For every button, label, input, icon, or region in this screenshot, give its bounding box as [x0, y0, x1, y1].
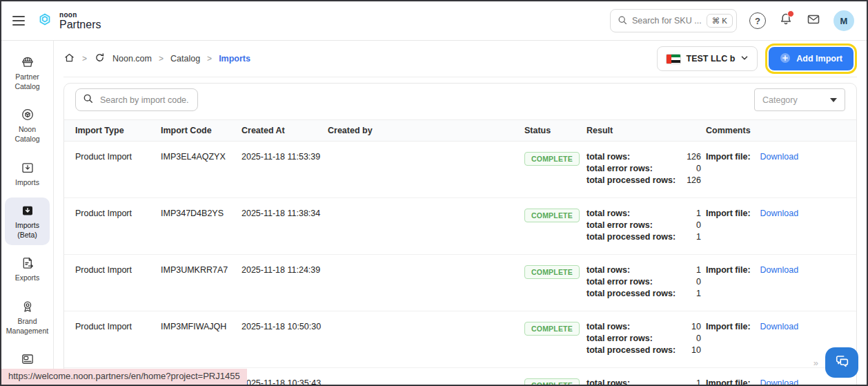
cell-created-at: 2025-11-18 11:53:39	[241, 152, 328, 162]
column-comments: Comments	[706, 126, 845, 135]
cell-status: COMPLETE	[524, 152, 586, 166]
cell-status: COMPLETE	[524, 209, 586, 222]
notification-badge-dot	[787, 10, 794, 17]
table-header: Import Type Import Code Created At Creat…	[64, 119, 856, 142]
company-name: TEST LLC b	[687, 54, 736, 64]
breadcrumb-row: > Noon.com > Catalog > Imports	[63, 41, 857, 77]
cell-result: total rows: 1 total error rows: 0 total …	[586, 209, 706, 244]
notifications-button[interactable]	[778, 12, 793, 30]
brand-management-icon	[20, 299, 35, 314]
table-row: Product Import IMP3UMKRR7A7 2025-11-18 1…	[64, 255, 856, 311]
column-import-code: Import Code	[161, 126, 241, 135]
column-created-by: Created by	[328, 126, 524, 135]
sidebar-item-partner-catalog[interactable]: Partner Catalog	[5, 49, 50, 97]
cell-import-type: Product Import	[75, 152, 161, 162]
category-dropdown[interactable]: Category	[754, 88, 845, 111]
expand-chevron-icon[interactable]: »	[813, 358, 818, 368]
cell-result: total rows: 1 total error rows: 0 total …	[586, 265, 706, 300]
hamburger-menu-icon[interactable]	[12, 16, 25, 26]
add-import-button[interactable]: Add Import	[769, 47, 854, 70]
chat-button[interactable]	[825, 347, 858, 378]
category-placeholder: Category	[762, 95, 798, 105]
link-status-bar: https://welcome.noon.partners/en/home?pr…	[1, 369, 247, 385]
chevron-down-icon	[740, 54, 749, 64]
noon-partners-logo[interactable]: noon Partners	[36, 10, 101, 31]
status-badge: COMPLETE	[524, 378, 580, 385]
noon-logo-icon	[36, 10, 54, 31]
breadcrumb-imports[interactable]: Imports	[219, 54, 250, 64]
cell-import-type: Product Import	[75, 265, 161, 275]
cell-comments: Import file: Download	[706, 152, 845, 162]
cell-created-at: 2025-11-18 10:50:30	[241, 322, 328, 331]
cell-import-type: Product Import	[75, 209, 161, 218]
download-link[interactable]: Download	[760, 209, 799, 218]
user-avatar[interactable]: M	[834, 10, 854, 31]
column-status: Status	[524, 126, 586, 135]
keyboard-shortcut-chip: ⌘ K	[707, 14, 733, 28]
column-import-type: Import Type	[75, 126, 161, 135]
brand-catalog-icon	[20, 351, 35, 367]
help-icon: ?	[749, 12, 766, 29]
top-header: noon Partners Search for SKU ... ⌘ K ?	[1, 1, 867, 41]
cell-result: total rows: 10 total error rows: 0 total…	[586, 322, 706, 357]
status-badge: COMPLETE	[524, 209, 580, 222]
sidebar-item-imports-beta[interactable]: Imports (Beta)	[5, 197, 50, 245]
sidebar-item-brand-management[interactable]: Brand Management	[5, 293, 50, 341]
home-icon[interactable]	[63, 52, 75, 66]
noon-catalog-icon	[20, 107, 35, 122]
breadcrumb-noon-com[interactable]: Noon.com	[112, 54, 152, 64]
search-icon	[83, 93, 93, 106]
sku-search-placeholder: Search for SKU ...	[632, 16, 702, 26]
download-link[interactable]: Download	[760, 378, 799, 385]
messages-button[interactable]	[806, 12, 821, 30]
brand-partners-text: Partners	[59, 19, 101, 30]
cell-status: COMPLETE	[524, 322, 586, 336]
sku-search-input[interactable]: Search for SKU ... ⌘ K	[610, 9, 737, 32]
sidebar-item-exports[interactable]: Exports	[5, 250, 50, 289]
table-row: Product Import IMP3MFIWAJQH 2025-11-18 1…	[64, 311, 856, 368]
plus-circle-icon	[780, 52, 791, 66]
download-link[interactable]: Download	[760, 152, 799, 162]
imports-card: Category Import Type Import Code Created…	[63, 83, 857, 385]
mail-icon	[806, 12, 821, 30]
status-badge: COMPLETE	[524, 152, 580, 166]
cell-created-at: 2025-11-18 10:35:43	[241, 378, 328, 385]
sidebar: Partner Catalog Noon Catalog Imports Imp…	[1, 41, 54, 385]
main-content: > Noon.com > Catalog > Imports	[54, 41, 867, 385]
uae-flag-icon	[666, 54, 681, 64]
import-code-search[interactable]	[75, 88, 198, 111]
app-window: noon Partners Search for SKU ... ⌘ K ?	[0, 0, 868, 386]
help-button[interactable]: ?	[749, 12, 766, 29]
cell-status: COMPLETE	[524, 265, 586, 279]
brand-noon-text: noon	[59, 12, 101, 19]
imports-beta-icon	[20, 203, 35, 218]
cell-created-at: 2025-11-18 11:24:39	[241, 265, 328, 275]
search-icon	[618, 15, 627, 27]
breadcrumb-catalog[interactable]: Catalog	[170, 54, 200, 64]
cell-created-at: 2025-11-18 11:38:34	[241, 209, 328, 218]
cell-result: total rows: 1 total error rows: 0 total …	[586, 378, 706, 385]
sidebar-item-imports[interactable]: Imports	[5, 155, 50, 193]
download-link[interactable]: Download	[760, 265, 799, 275]
cell-result: total rows: 126 total error rows: 0 tota…	[586, 152, 706, 187]
download-link[interactable]: Download	[760, 322, 799, 331]
exports-icon	[20, 255, 35, 271]
cell-status: COMPLETE	[524, 378, 586, 385]
column-result: Result	[586, 126, 706, 135]
table-body: Product Import IMP3EL4AQZYX 2025-11-18 1…	[64, 142, 856, 385]
status-badge: COMPLETE	[524, 265, 580, 279]
import-code-search-input[interactable]	[99, 95, 190, 106]
company-selector[interactable]: TEST LLC b	[657, 46, 758, 71]
chat-bubbles-icon	[833, 352, 851, 373]
cell-import-code: IMP3UMKRR7A7	[161, 265, 241, 275]
status-badge: COMPLETE	[524, 322, 580, 336]
caret-down-icon	[830, 98, 837, 102]
table-row: Product Import IMP3EL4AQZYX 2025-11-18 1…	[64, 142, 856, 198]
cell-import-code: IMP347D4B2YS	[161, 209, 241, 218]
imports-icon	[20, 160, 35, 175]
refresh-icon[interactable]	[94, 52, 106, 66]
cell-import-code: IMP3MFIWAJQH	[161, 322, 241, 331]
sidebar-item-noon-catalog[interactable]: Noon Catalog	[5, 102, 50, 149]
column-created-at: Created At	[241, 126, 328, 135]
cell-comments: Import file: Download	[706, 265, 845, 275]
